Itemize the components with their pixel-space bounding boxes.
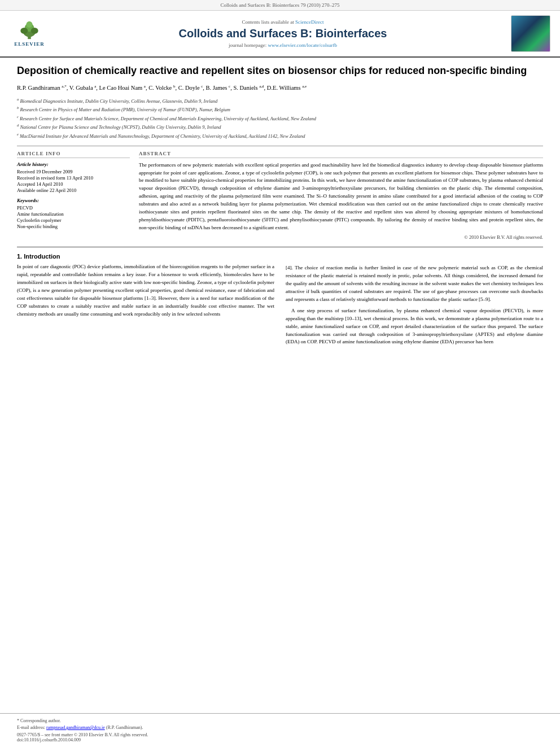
intro-heading: 1. Introduction — [17, 253, 274, 260]
svg-point-3 — [26, 21, 32, 28]
journal-title: Colloids and Surfaces B: Biointerfaces — [179, 27, 387, 40]
sciencedirect-label: Contents lists available at — [242, 19, 294, 25]
section-divider — [17, 247, 543, 247]
available-date: Available online 22 April 2010 — [17, 187, 130, 193]
article-info-header: ARTICLE INFO — [17, 151, 130, 158]
issn-line: 0927-7765/$ – see front matter © 2010 El… — [17, 732, 543, 737]
intro-col-left: 1. Introduction In point of care diagnos… — [17, 253, 274, 350]
article-info-column: ARTICLE INFO Article history: Received 1… — [17, 151, 130, 240]
email-link[interactable]: ramprasad.gandhiraman@dcu.ie — [46, 725, 105, 730]
abstract-body: The performances of new polymeric materi… — [139, 162, 543, 231]
journal-header: ELSEVIER Contents lists available at Sci… — [0, 11, 560, 58]
journal-header-left: ELSEVIER — [7, 15, 58, 52]
journal-homepage-line: journal homepage: www.elsevier.com/locat… — [229, 42, 337, 48]
keywords-label: Keywords: — [17, 198, 130, 203]
page: Colloids and Surfaces B: Biointerfaces 7… — [0, 0, 560, 747]
elsevier-logo: ELSEVIER — [7, 18, 52, 49]
journal-thumbnail — [511, 15, 550, 52]
authors-text: R.P. Gandhiraman a,*, V. Gubala a, Le Ca… — [17, 85, 307, 91]
corresponding-author-note: * Corresponding author. — [17, 718, 543, 723]
elsevier-brand-text: ELSEVIER — [14, 41, 45, 47]
svg-point-5 — [31, 28, 38, 34]
sciencedirect-link[interactable]: ScienceDirect — [295, 19, 323, 25]
header-divider — [17, 146, 543, 146]
intro-para-1: In point of care diagnostic (POC) device… — [17, 263, 274, 318]
intro-para-3: A one step process of surface functional… — [286, 307, 543, 347]
revised-date: Received in revised form 13 April 2010 — [17, 175, 130, 181]
affiliation-b: b Research Centre in Physics of Matter a… — [17, 105, 543, 113]
elsevier-tree-icon — [15, 20, 43, 40]
journal-header-right — [508, 15, 553, 52]
history-label: Article history: — [17, 161, 130, 167]
affiliation-d: d National Centre for Plasma Science and… — [17, 123, 543, 131]
intro-text-right: [4]. The choice of reaction media is fur… — [286, 264, 543, 346]
authors: R.P. Gandhiraman a,*, V. Gubala a, Le Ca… — [17, 83, 543, 93]
info-abstract-section: ARTICLE INFO Article history: Received 1… — [17, 151, 543, 240]
affiliation-c: c Research Centre for Surface and Materi… — [17, 114, 543, 123]
keyword-amine: Amine functionalization — [17, 211, 130, 217]
email-name: (R.P. Gandhiraman). — [106, 725, 143, 730]
article-footer: * Corresponding author. E-mail address: … — [0, 713, 560, 747]
abstract-column: ABSTRACT The performances of new polymer… — [139, 151, 543, 240]
svg-point-4 — [20, 28, 28, 34]
email-line: E-mail address: ramprasad.gandhiraman@dc… — [17, 725, 543, 730]
affiliations: a Biomedical Diagnostics Institute, Dubl… — [17, 97, 543, 140]
intro-col-right: [4]. The choice of reaction media is fur… — [286, 253, 543, 350]
intro-para-2: [4]. The choice of reaction media is fur… — [286, 264, 543, 304]
journal-citation-bar: Colloids and Surfaces B: Biointerfaces 7… — [0, 0, 560, 11]
corresponding-label: * Corresponding author. — [17, 718, 61, 723]
article-content: Deposition of chemically reactive and re… — [0, 58, 560, 713]
homepage-label: journal homepage: — [229, 42, 266, 48]
intro-title: Introduction — [24, 253, 60, 260]
doi-line: doi:10.1016/j.colsurfb.2010.04.009 — [17, 737, 543, 742]
intro-number: 1. — [17, 253, 22, 260]
affiliation-e: e MacDiarmid Institute for Advanced Mate… — [17, 132, 543, 140]
abstract-text: The performances of new polymeric materi… — [139, 161, 543, 232]
homepage-url[interactable]: www.elsevier.com/locate/colsurfb — [268, 42, 337, 48]
introduction-section: 1. Introduction In point of care diagnos… — [17, 253, 543, 350]
keyword-pecvd: PECVD — [17, 205, 130, 211]
keyword-nsb: Non-specific binding — [17, 224, 130, 229]
received-date: Received 19 December 2009 — [17, 169, 130, 174]
sciencedirect-line: Contents lists available at ScienceDirec… — [242, 19, 324, 25]
article-title: Deposition of chemically reactive and re… — [17, 64, 543, 77]
keyword-cop: Cycloolefin copolymer — [17, 217, 130, 223]
accepted-date: Accepted 14 April 2010 — [17, 181, 130, 187]
affiliation-a: a Biomedical Diagnostics Institute, Dubl… — [17, 97, 543, 105]
journal-citation: Colloids and Surfaces B: Biointerfaces 7… — [220, 2, 339, 8]
journal-header-center: Contents lists available at ScienceDirec… — [63, 15, 502, 52]
intro-text-left: In point of care diagnostic (POC) device… — [17, 263, 274, 318]
copyright: © 2010 Elsevier B.V. All rights reserved… — [139, 234, 543, 240]
abstract-header: ABSTRACT — [139, 151, 543, 158]
footer-issn: 0927-7765/$ – see front matter © 2010 El… — [17, 732, 543, 742]
email-label: E-mail address: — [17, 725, 45, 730]
